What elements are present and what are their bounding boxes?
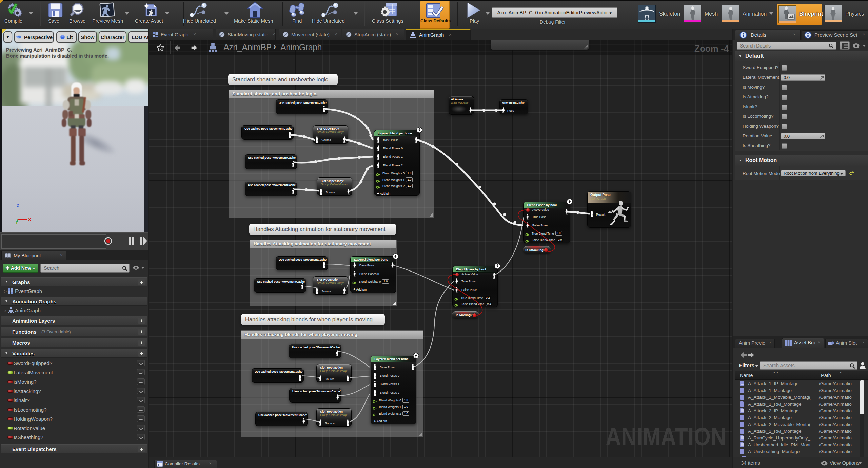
svg-text:Z: Z [17, 203, 19, 208]
svg-text:Y: Y [15, 220, 18, 224]
svg-text:X: X [28, 217, 31, 222]
